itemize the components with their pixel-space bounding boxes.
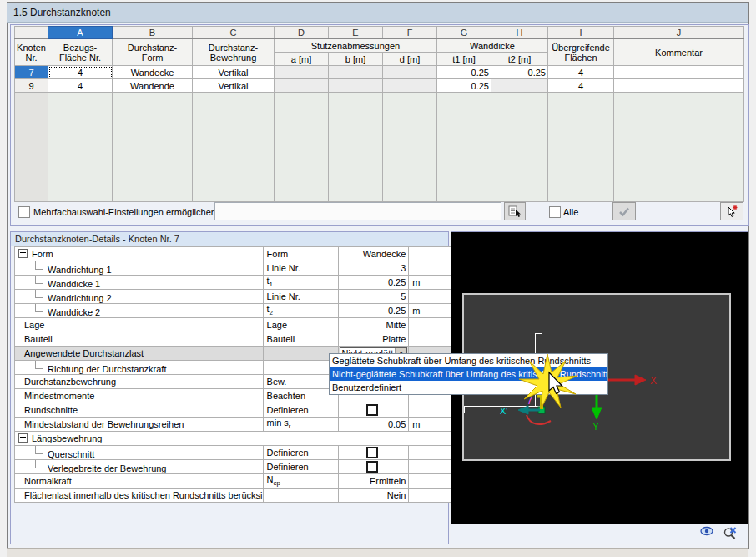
col-header-a: a [m]: [275, 53, 329, 66]
details-property[interactable]: Wanddicke 1: [15, 276, 264, 290]
details-value[interactable]: 3: [338, 261, 409, 276]
details-property[interactable]: Wandrichtung 1: [15, 261, 264, 276]
cell[interactable]: 4: [548, 66, 614, 79]
details-value[interactable]: Ermitteln: [338, 474, 409, 489]
cell[interactable]: [329, 79, 383, 93]
cell[interactable]: 0.25: [437, 66, 491, 79]
details-value[interactable]: Nein: [338, 489, 409, 503]
empty-cell: [193, 93, 275, 202]
details-property[interactable]: Längsbewehrung: [15, 432, 462, 446]
details-property[interactable]: Mindestmomente: [15, 389, 264, 403]
view-visibility-button[interactable]: [699, 526, 714, 538]
cell[interactable]: Wandecke: [113, 66, 193, 79]
details-value[interactable]: [338, 460, 409, 474]
dropdown-option[interactable]: Benutzerdefiniert: [330, 381, 607, 394]
collapse-box-icon[interactable]: [18, 433, 28, 443]
details-row: RundschnitteDefinieren: [15, 403, 462, 418]
apply-check-button[interactable]: [612, 202, 636, 220]
cell[interactable]: [275, 79, 329, 93]
details-property[interactable]: Wanddicke 2: [15, 304, 264, 318]
column-letter-A[interactable]: A: [48, 27, 113, 39]
cell[interactable]: [275, 66, 329, 79]
details-symbol: [263, 347, 338, 361]
details-property[interactable]: Wandrichtung 2: [15, 290, 264, 304]
column-letter-J[interactable]: J: [614, 27, 744, 39]
details-row: BauteilBauteilPlatte: [15, 332, 462, 347]
select-nodes-button[interactable]: [720, 202, 743, 220]
details-property[interactable]: Rundschnitte: [15, 403, 264, 418]
alle-checkbox[interactable]: [549, 206, 561, 218]
details-value[interactable]: [338, 403, 409, 418]
multiselect-checkbox[interactable]: [18, 206, 30, 218]
details-property[interactable]: Durchstanzbewehrung: [15, 375, 264, 389]
details-checkbox[interactable]: [366, 404, 378, 416]
col-group-stuetzenabmessungen: Stützenabmessungen: [275, 39, 437, 53]
details-symbol: Linie Nr.: [263, 261, 338, 276]
multiselect-input[interactable]: [214, 202, 501, 220]
col-header-b: b [m]: [329, 53, 383, 66]
details-property[interactable]: Querschnitt: [15, 446, 264, 460]
column-letter-E[interactable]: E: [329, 27, 383, 39]
col-group-wanddicke: Wanddicke: [437, 39, 548, 53]
cell[interactable]: 4: [48, 79, 113, 93]
local-axis-label: X': [500, 406, 507, 416]
cell[interactable]: [491, 79, 548, 93]
details-value[interactable]: [338, 446, 409, 460]
col-header-d: d [m]: [383, 53, 437, 66]
row-header-node[interactable]: 9: [15, 79, 48, 93]
details-value[interactable]: Mitte: [338, 318, 409, 332]
cell[interactable]: [614, 79, 744, 93]
details-value[interactable]: Wandecke: [338, 247, 409, 261]
cell[interactable]: Vertikal: [193, 79, 275, 93]
zoom-reset-button[interactable]: [723, 526, 738, 541]
details-row: Mindestabstand der Bewehrungsreihenmin s…: [15, 418, 462, 432]
column-letter-C[interactable]: C: [193, 27, 275, 39]
collapse-box-icon[interactable]: [18, 249, 28, 258]
column-letter-G[interactable]: G: [437, 27, 491, 39]
details-row: NormalkraftNcpErmitteln: [15, 474, 462, 489]
details-property[interactable]: Richtung der Durchstanzkraft: [15, 361, 264, 375]
cell[interactable]: [614, 66, 744, 79]
column-letter-F[interactable]: F: [383, 27, 437, 39]
details-symbol: Definieren: [263, 446, 338, 460]
cell[interactable]: 4: [48, 66, 113, 79]
details-property[interactable]: Form: [15, 247, 264, 261]
corner-cell: [15, 27, 48, 39]
cell[interactable]: Vertikal: [193, 66, 275, 79]
column-letter-D[interactable]: D: [275, 27, 329, 39]
details-value[interactable]: 0.05: [338, 418, 409, 432]
details-property[interactable]: Bauteil: [15, 332, 264, 347]
cell[interactable]: [329, 66, 383, 79]
cell[interactable]: [383, 66, 437, 79]
details-symbol: min sr: [263, 418, 338, 432]
details-value[interactable]: Platte: [338, 332, 409, 347]
cell[interactable]: 0.25: [437, 79, 491, 93]
details-property[interactable]: Normalkraft: [15, 474, 264, 489]
col-header-bezugsflaeche: Bezugs-Fläche Nr.: [48, 39, 113, 66]
dropdown-option[interactable]: Geglättete Schubkraft über Umfang des kr…: [330, 354, 607, 367]
cell[interactable]: 0.25: [491, 66, 548, 79]
row-header-node[interactable]: 7: [15, 66, 48, 79]
details-property[interactable]: Mindestabstand der Bewehrungsreihen: [15, 418, 264, 432]
details-property[interactable]: Lage: [15, 318, 264, 332]
details-property[interactable]: Flächenlast innerhalb des kritischen Run…: [15, 489, 264, 503]
details-property[interactable]: Verlegebreite der Bewehrung: [15, 460, 264, 474]
details-checkbox[interactable]: [366, 461, 378, 473]
column-letter-I[interactable]: I: [548, 27, 614, 39]
details-value[interactable]: 0.25: [338, 304, 409, 318]
details-row: Verlegebreite der BewehrungDefinieren: [15, 460, 462, 474]
details-value[interactable]: 5: [338, 290, 409, 304]
cell[interactable]: [383, 79, 437, 93]
dropdown-option[interactable]: Nicht-geglättete Schubkraft über Umfang …: [330, 367, 607, 381]
details-value[interactable]: 0.25: [338, 276, 409, 290]
pick-from-list-button[interactable]: [504, 202, 526, 220]
details-checkbox[interactable]: [366, 447, 378, 458]
details-symbol: Form: [263, 247, 338, 261]
cell[interactable]: 4: [548, 79, 614, 93]
column-letter-H[interactable]: H: [491, 27, 548, 39]
column-letter-B[interactable]: B: [113, 27, 193, 39]
cell[interactable]: Wandende: [113, 79, 193, 93]
details-property[interactable]: Angewendete Durchstanzlast: [15, 347, 264, 361]
details-symbol: Lage: [263, 318, 338, 332]
col-header-durchstanzbewehrung: Durchstanz-Bewehrung: [193, 39, 275, 66]
